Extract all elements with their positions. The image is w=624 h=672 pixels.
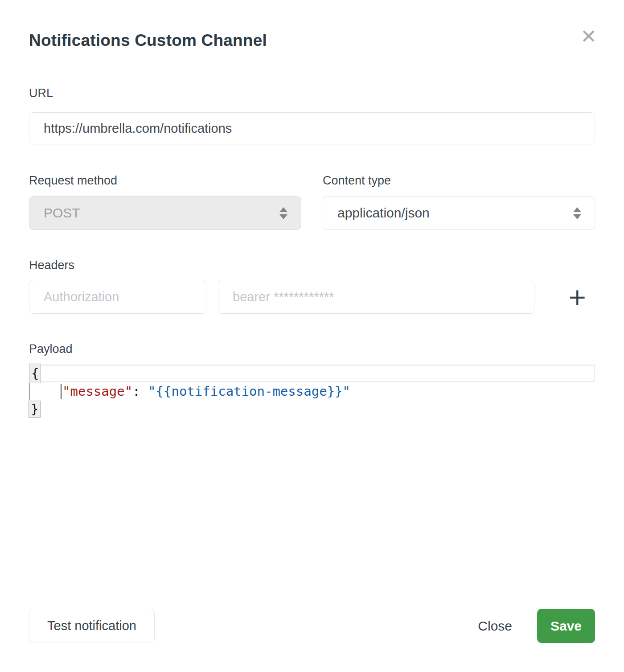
headers-label: Headers [29, 258, 595, 273]
content-type-group: Content type application/json [323, 173, 595, 230]
url-label: URL [29, 86, 595, 101]
method-content-row: Request method POST Content type applica… [29, 173, 595, 230]
headers-group: Headers + [29, 258, 595, 314]
dialog-title: Notifications Custom Channel [29, 30, 595, 51]
header-value-input[interactable] [218, 280, 534, 314]
close-button[interactable]: Close [478, 619, 512, 634]
payload-label: Payload [29, 341, 595, 356]
add-header-button[interactable]: + [567, 285, 587, 308]
matching-bracket-open: { [29, 364, 41, 383]
test-notification-button[interactable]: Test notification [29, 609, 155, 643]
headers-row: + [29, 280, 595, 314]
request-method-group: Request method POST [29, 173, 301, 230]
url-input[interactable] [29, 112, 595, 144]
close-icon[interactable]: ✕ [580, 27, 597, 46]
save-button[interactable]: Save [537, 609, 595, 643]
footer-actions: Close Save [478, 609, 595, 643]
json-key: "message" [62, 384, 132, 399]
url-field-group: URL [29, 86, 595, 144]
code-line-message: "message": "{{notification-message}}" [29, 382, 595, 400]
json-separator: : [132, 384, 148, 399]
request-method-select[interactable]: POST [29, 196, 301, 230]
json-value: "{{notification-message}}" [148, 384, 350, 399]
payload-group: Payload { "message": "{{notification-mes… [29, 341, 595, 418]
content-type-value: application/json [337, 205, 430, 221]
dialog-footer: Test notification Close Save [29, 609, 595, 643]
notifications-custom-channel-dialog: Notifications Custom Channel ✕ URL Reque… [0, 0, 624, 672]
matching-bracket-close: } [29, 401, 41, 418]
code-line-open-brace: { [29, 365, 595, 382]
dialog-header: Notifications Custom Channel ✕ [29, 0, 595, 51]
code-line-close-brace: } [29, 400, 595, 418]
payload-code-editor[interactable]: { "message": "{{notification-message}}" … [29, 365, 595, 418]
select-updown-icon [279, 207, 287, 219]
select-updown-icon [573, 207, 581, 219]
content-type-label: Content type [323, 173, 595, 188]
request-method-value: POST [44, 205, 80, 221]
content-type-select[interactable]: application/json [323, 196, 595, 230]
text-cursor [61, 384, 62, 399]
header-name-input[interactable] [29, 280, 206, 314]
request-method-label: Request method [29, 173, 301, 188]
